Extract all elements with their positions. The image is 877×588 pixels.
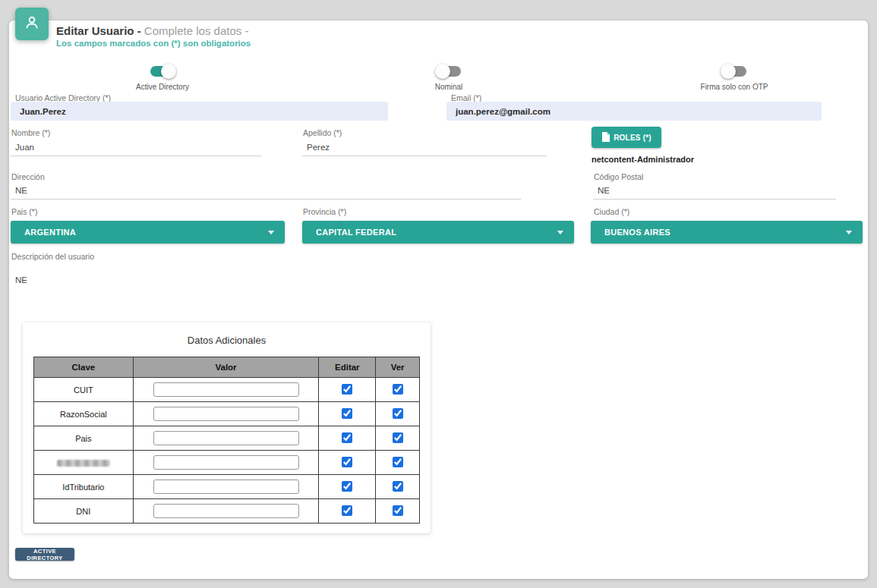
active-directory-toggle[interactable] <box>150 66 175 77</box>
ver-checkbox[interactable] <box>393 408 403 419</box>
ver-checkbox[interactable] <box>393 384 403 395</box>
provincia-selected-value: CAPITAL FEDERAL <box>302 228 557 237</box>
pais-select[interactable]: ARGENTINA <box>11 221 285 244</box>
active-directory-button[interactable]: ACTIVE DIRECTORY <box>15 548 74 561</box>
firma-otp-toggle-label: Firma solo con OTP <box>685 83 784 91</box>
edit-user-page: Editar Usuario - Complete los datos - Lo… <box>0 0 877 588</box>
valor-input[interactable] <box>153 382 299 397</box>
usuario-ad-input[interactable] <box>11 102 388 121</box>
ver-checkbox[interactable] <box>393 457 403 467</box>
table-row <box>34 451 420 475</box>
valor-input[interactable] <box>153 504 299 518</box>
valor-input[interactable] <box>153 480 299 494</box>
valor-input[interactable] <box>153 431 299 445</box>
row-clave: IdTributario <box>34 475 134 499</box>
editar-checkbox[interactable] <box>342 432 352 443</box>
document-icon <box>601 132 610 143</box>
ciudad-select[interactable]: BUENOS AIRES <box>591 221 863 244</box>
roles-button[interactable]: ROLES (*) <box>592 127 661 148</box>
active-directory-toggle-label: Active Directory <box>113 83 212 91</box>
editar-checkbox[interactable] <box>342 457 352 467</box>
provincia-select[interactable]: CAPITAL FEDERAL <box>302 221 574 244</box>
page-title-sub: Complete los datos - <box>144 24 249 37</box>
editar-checkbox[interactable] <box>342 481 352 492</box>
ciudad-label: Ciudad (*) <box>594 207 629 216</box>
table-header-row: Clave Valor Editar Ver <box>34 357 420 378</box>
email-input[interactable] <box>446 102 822 121</box>
page-title-main: Editar Usuario - <box>56 24 141 37</box>
toggle-group-firma-otp: Firma solo con OTP <box>685 66 784 91</box>
nominal-toggle[interactable] <box>437 66 461 77</box>
ciudad-selected-value: BUENOS AIRES <box>591 228 846 237</box>
codigo-postal-input[interactable] <box>593 181 836 200</box>
ver-checkbox[interactable] <box>393 432 403 443</box>
datos-adicionales-panel: Datos Adicionales Clave Valor Editar Ver… <box>23 322 431 533</box>
toggle-group-nominal: Nominal <box>399 66 498 91</box>
toggle-knob <box>161 64 176 79</box>
direccion-label: Dirección <box>11 172 45 181</box>
row-clave <box>34 451 134 475</box>
toggle-knob <box>435 64 450 79</box>
adicionales-body: CUIT RazonSocial Pais IdTributario DNI <box>34 378 420 524</box>
table-row: RazonSocial <box>34 402 420 426</box>
apellido-input[interactable] <box>302 138 547 156</box>
row-clave: CUIT <box>34 378 134 402</box>
editar-checkbox[interactable] <box>342 408 352 419</box>
table-row: DNI <box>34 499 420 524</box>
nombre-input[interactable] <box>11 138 261 156</box>
apellido-label: Apellido (*) <box>303 128 342 137</box>
assigned-role: netcontent-Administrador <box>592 155 694 164</box>
pais-selected-value: ARGENTINA <box>11 228 268 237</box>
row-clave: DNI <box>34 499 134 524</box>
datos-adicionales-table: Clave Valor Editar Ver CUIT RazonSocial … <box>33 357 420 524</box>
page-title: Editar Usuario - Complete los datos - <box>56 24 248 37</box>
table-row: IdTributario <box>34 475 420 499</box>
ver-checkbox[interactable] <box>393 505 403 516</box>
person-icon <box>23 14 41 35</box>
descripcion-value[interactable]: NE <box>15 275 27 285</box>
valor-input[interactable] <box>153 407 299 421</box>
roles-button-label: ROLES (*) <box>614 134 651 142</box>
table-row: Pais <box>34 426 420 451</box>
redacted-clave <box>57 460 110 467</box>
row-clave: RazonSocial <box>34 402 134 426</box>
valor-input[interactable] <box>153 455 299 470</box>
nominal-toggle-label: Nominal <box>399 83 498 91</box>
column-header-valor: Valor <box>133 357 319 378</box>
column-header-clave: Clave <box>34 357 134 378</box>
direccion-input[interactable] <box>11 181 521 200</box>
toggle-knob <box>721 64 736 79</box>
chevron-down-icon <box>557 231 563 234</box>
provincia-label: Provincia (*) <box>303 207 346 216</box>
pais-label: Pais (*) <box>11 207 37 216</box>
table-row: CUIT <box>34 378 420 402</box>
user-avatar-button[interactable] <box>15 8 49 40</box>
edit-user-card: Editar Usuario - Complete los datos - Lo… <box>9 20 868 579</box>
row-clave: Pais <box>34 426 134 451</box>
toggle-group-active-directory: Active Directory <box>113 66 212 91</box>
editar-checkbox[interactable] <box>342 384 352 395</box>
descripcion-label: Descripción del usuario <box>11 252 94 261</box>
codigo-postal-label: Código Postal <box>594 172 643 181</box>
column-header-ver: Ver <box>376 357 420 378</box>
nombre-label: Nombre (*) <box>11 128 50 137</box>
required-fields-note: Los campos marcados con (*) son obligato… <box>56 39 251 48</box>
chevron-down-icon <box>268 231 274 234</box>
column-header-editar: Editar <box>319 357 376 378</box>
chevron-down-icon <box>846 231 852 234</box>
ver-checkbox[interactable] <box>393 481 403 492</box>
editar-checkbox[interactable] <box>342 505 352 516</box>
datos-adicionales-title: Datos Adicionales <box>23 335 431 346</box>
firma-otp-toggle[interactable] <box>722 66 746 77</box>
